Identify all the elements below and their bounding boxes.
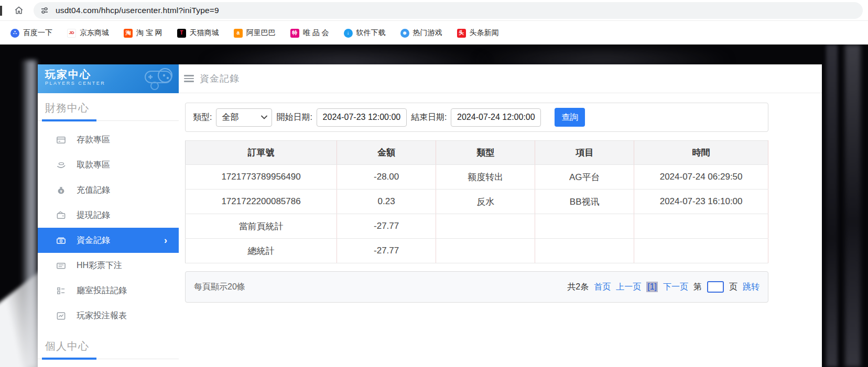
start-date-label: 開始日期: bbox=[276, 112, 312, 123]
search-button[interactable]: 查詢 bbox=[555, 108, 585, 127]
sidebar-item-recharge-record[interactable]: ¥充值記錄 bbox=[38, 177, 179, 203]
end-date-input[interactable] bbox=[451, 108, 541, 127]
current-page-indicator: [1] bbox=[646, 282, 658, 292]
table-cell: 總統計 bbox=[186, 239, 337, 263]
background-light-streak bbox=[826, 45, 838, 367]
sidebar-menu: 存款專區取款專區¥充值記錄提現記錄資金記錄›HH彩票下注廳室投註記錄玩家投注報表 bbox=[38, 121, 179, 328]
total-count-text: 共2条 bbox=[567, 282, 589, 293]
sidebar-item-label: 取款專區 bbox=[77, 160, 110, 171]
vip-favicon-icon: 特 bbox=[290, 29, 299, 38]
bookmark-tmall[interactable]: T天猫商城 bbox=[170, 25, 226, 41]
players-center-header: 玩家中心 PLAYERS CENTER bbox=[38, 64, 179, 93]
jump-page-input[interactable] bbox=[707, 281, 724, 293]
home-button[interactable] bbox=[13, 4, 25, 17]
jump-prefix-text: 第 bbox=[693, 282, 702, 293]
table-cell: 2024-07-24 06:29:50 bbox=[634, 165, 768, 190]
type-label: 類型: bbox=[193, 112, 212, 123]
sidebar-item-withdraw-record[interactable]: 提現記錄 bbox=[38, 203, 179, 228]
table-cell: -27.77 bbox=[337, 214, 436, 239]
first-page-link[interactable]: 首页 bbox=[594, 282, 611, 293]
jump-go-link[interactable]: 跳转 bbox=[743, 282, 760, 293]
bookmark-toutiao[interactable]: 头头条新闻 bbox=[450, 25, 506, 41]
bookmark-jd[interactable]: JD京东商城 bbox=[60, 25, 116, 41]
table-cell: 1721773789956490 bbox=[186, 165, 337, 190]
sidebar-item-label: 資金記錄 bbox=[77, 235, 110, 246]
bookmark-games[interactable]: ☻热门游戏 bbox=[393, 25, 450, 41]
jump-suffix-text: 页 bbox=[729, 282, 737, 293]
sidebar-item-hh-lottery[interactable]: HH彩票下注 bbox=[38, 253, 179, 278]
main-content: 類型: 全部 開始日期: 結束日期: 查詢 訂單號金額類型項目時間 172177… bbox=[179, 93, 822, 303]
prev-page-link[interactable]: 上一页 bbox=[616, 282, 641, 293]
window-edge-mark bbox=[0, 6, 2, 16]
browser-toolbar: usdt04.com/hhcp/usercenter.html?iniType=… bbox=[0, 0, 868, 21]
sidebar-item-player-report[interactable]: 玩家投注報表 bbox=[38, 303, 179, 328]
site-settings-icon[interactable] bbox=[38, 4, 51, 17]
pagination-controls: 共2条 首页 上一页 [1] 下一页 第 页 跳转 bbox=[567, 281, 760, 293]
table-cell: AG平台 bbox=[535, 165, 634, 190]
table-cell: 0.23 bbox=[337, 190, 436, 214]
sidebar-item-label: 充值記錄 bbox=[77, 185, 110, 196]
hand-cash-icon bbox=[56, 160, 66, 170]
column-header: 訂單號 bbox=[186, 141, 337, 165]
section-divider bbox=[38, 359, 179, 359]
bookmark-taobao[interactable]: 淘淘 宝 网 bbox=[116, 25, 170, 41]
sidebar-item-funds-record[interactable]: 資金記錄› bbox=[38, 228, 179, 253]
bookmark-label: 京东商城 bbox=[80, 28, 109, 38]
start-date-input[interactable] bbox=[317, 108, 407, 127]
tmall-favicon-icon: T bbox=[177, 29, 186, 38]
main-panel: 資金記錄 類型: 全部 開始日期: 結束日期: 查詢 訂單號金額類型項目時間 1… bbox=[179, 64, 822, 367]
report-chart-icon bbox=[56, 310, 66, 321]
table-row: 1721773789956490-28.00额度转出AG平台2024-07-24… bbox=[186, 165, 768, 190]
toutiao-favicon-icon: 头 bbox=[457, 29, 466, 38]
menu-toggle-icon[interactable] bbox=[184, 75, 194, 82]
table-header-row: 訂單號金額類型項目時間 bbox=[186, 141, 768, 165]
table-cell bbox=[535, 239, 634, 263]
sidebar-item-label: HH彩票下注 bbox=[77, 260, 122, 271]
pagination-bar: 每頁顯示20條 共2条 首页 上一页 [1] 下一页 第 页 跳转 bbox=[185, 271, 768, 303]
sidebar-item-withdraw[interactable]: 取款專區 bbox=[38, 152, 179, 177]
bookmark-label: 天猫商城 bbox=[190, 28, 219, 38]
address-bar[interactable]: usdt04.com/hhcp/usercenter.html?iniType=… bbox=[34, 2, 863, 19]
sidebar-item-label: 玩家投注報表 bbox=[77, 310, 127, 321]
table-cell: BB视讯 bbox=[535, 190, 634, 214]
money-bag-icon: ¥ bbox=[56, 185, 66, 195]
filter-bar: 類型: 全部 開始日期: 結束日期: 查詢 bbox=[185, 103, 768, 132]
sidebar-item-label: 提現記錄 bbox=[77, 210, 110, 221]
page-size-text: 每頁顯示20條 bbox=[194, 282, 245, 293]
bookmark-alibaba[interactable]: a阿里巴巴 bbox=[226, 25, 283, 41]
alibaba-favicon-icon: a bbox=[234, 29, 243, 38]
baidu-favicon-icon: ∴ bbox=[10, 29, 19, 38]
sidebar-item-hall-bets[interactable]: 廳室投註記錄 bbox=[38, 278, 179, 303]
games-favicon-icon: ☻ bbox=[400, 29, 409, 38]
sidebar-item-label: 廳室投註記錄 bbox=[77, 285, 127, 296]
bookmark-download[interactable]: ↓软件下载 bbox=[337, 25, 393, 41]
bookmark-baidu[interactable]: ∴百度一下 bbox=[3, 25, 60, 41]
chevron-right-icon: › bbox=[164, 235, 167, 246]
column-header: 金額 bbox=[337, 141, 436, 165]
table-cell bbox=[634, 214, 768, 239]
deposit-card-icon bbox=[56, 135, 66, 145]
bookmark-vip[interactable]: 特唯 品 会 bbox=[283, 25, 337, 41]
bookmark-label: 热门游戏 bbox=[413, 28, 442, 38]
bookmark-label: 淘 宝 网 bbox=[136, 28, 162, 38]
main-header: 資金記錄 bbox=[179, 64, 822, 93]
table-cell: 反水 bbox=[436, 190, 535, 214]
table-cell bbox=[634, 239, 768, 263]
table-cell: 2024-07-23 16:10:00 bbox=[634, 190, 768, 214]
page-title: 資金記錄 bbox=[200, 72, 240, 85]
sidebar-item-deposit[interactable]: 存款專區 bbox=[38, 127, 179, 152]
banknote-icon bbox=[56, 235, 66, 246]
type-select[interactable]: 全部 bbox=[216, 108, 272, 127]
column-header: 類型 bbox=[436, 141, 535, 165]
download-favicon-icon: ↓ bbox=[344, 29, 353, 38]
jd-favicon-icon: JD bbox=[67, 29, 76, 38]
next-page-link[interactable]: 下一页 bbox=[663, 282, 688, 293]
funds-table: 訂單號金額類型項目時間 1721773789956490-28.00额度转出AG… bbox=[185, 140, 768, 263]
table-row: 總統計-27.77 bbox=[186, 239, 768, 263]
table-cell: 當前頁統計 bbox=[186, 214, 337, 239]
sidebar: 玩家中心 PLAYERS CENTER 財務中心 存款專區取款專區¥充值記錄提現… bbox=[38, 64, 179, 367]
background-light-streak bbox=[845, 45, 861, 367]
bookmark-label: 阿里巴巴 bbox=[246, 28, 276, 38]
bookmark-label: 软件下载 bbox=[356, 28, 386, 38]
hall-list-icon bbox=[56, 285, 66, 296]
